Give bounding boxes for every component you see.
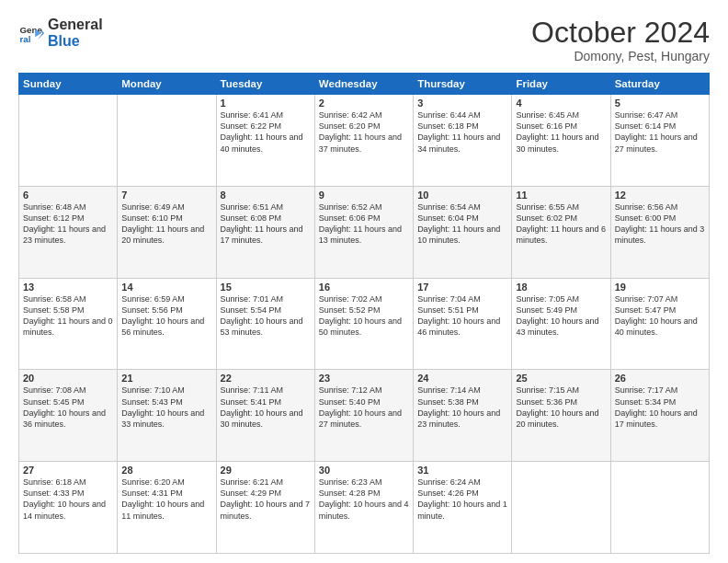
cell-text: Sunrise: 6:59 AMSunset: 5:56 PMDaylight:… (121, 294, 204, 337)
day-number: 10 (417, 190, 507, 201)
day-number: 18 (516, 282, 606, 293)
day-number: 5 (615, 98, 705, 109)
logo-line2: Blue (48, 33, 103, 50)
calendar-cell: 19Sunrise: 7:07 AMSunset: 5:47 PMDayligh… (610, 278, 709, 370)
svg-text:ral: ral (19, 33, 30, 43)
day-number: 17 (417, 282, 507, 293)
calendar-cell: 15Sunrise: 7:01 AMSunset: 5:54 PMDayligh… (216, 278, 314, 370)
calendar-cell: 14Sunrise: 6:59 AMSunset: 5:56 PMDayligh… (118, 278, 216, 370)
day-number: 31 (417, 465, 507, 476)
cell-text: Sunrise: 6:52 AMSunset: 6:06 PMDaylight:… (319, 202, 402, 245)
day-header-monday: Monday (118, 74, 216, 95)
cell-text: Sunrise: 7:01 AMSunset: 5:54 PMDaylight:… (221, 294, 303, 337)
day-number: 29 (221, 465, 311, 476)
calendar-cell: 29Sunrise: 6:21 AMSunset: 4:29 PMDayligh… (216, 462, 314, 554)
cell-text: Sunrise: 6:24 AMSunset: 4:26 PMDaylight:… (417, 477, 507, 520)
cell-text: Sunrise: 6:18 AMSunset: 4:33 PMDaylight:… (23, 477, 106, 520)
cell-text: Sunrise: 6:20 AMSunset: 4:31 PMDaylight:… (121, 477, 204, 520)
day-number: 25 (516, 373, 606, 384)
day-number: 12 (615, 190, 705, 201)
cell-text: Sunrise: 7:12 AMSunset: 5:40 PMDaylight:… (319, 385, 402, 428)
page: Gene ral General Blue October 2024 Domon… (0, 0, 728, 563)
day-header-friday: Friday (512, 74, 610, 95)
cell-text: Sunrise: 6:48 AMSunset: 6:12 PMDaylight:… (23, 202, 106, 245)
logo-icon: Gene ral (18, 20, 44, 46)
calendar-cell: 10Sunrise: 6:54 AMSunset: 6:04 PMDayligh… (414, 186, 512, 278)
calendar-cell: 8Sunrise: 6:51 AMSunset: 6:08 PMDaylight… (216, 186, 314, 278)
day-number: 16 (319, 282, 409, 293)
calendar-cell: 1Sunrise: 6:41 AMSunset: 6:22 PMDaylight… (216, 95, 314, 187)
cell-text: Sunrise: 6:44 AMSunset: 6:18 PMDaylight:… (417, 110, 500, 153)
day-number: 20 (23, 373, 113, 384)
cell-text: Sunrise: 7:10 AMSunset: 5:43 PMDaylight:… (121, 385, 204, 428)
cell-text: Sunrise: 6:54 AMSunset: 6:04 PMDaylight:… (417, 202, 500, 245)
calendar-cell: 11Sunrise: 6:55 AMSunset: 6:02 PMDayligh… (512, 186, 610, 278)
logo-line1: General (48, 17, 103, 33)
day-number: 21 (121, 373, 211, 384)
calendar-cell (19, 95, 118, 187)
cell-text: Sunrise: 6:58 AMSunset: 5:58 PMDaylight:… (23, 294, 113, 337)
cell-text: Sunrise: 7:17 AMSunset: 5:34 PMDaylight:… (615, 385, 698, 428)
cell-text: Sunrise: 6:45 AMSunset: 6:16 PMDaylight:… (516, 110, 598, 153)
day-number: 7 (121, 190, 211, 201)
day-number: 1 (221, 98, 311, 109)
day-header-saturday: Saturday (610, 74, 709, 95)
day-number: 14 (121, 282, 211, 293)
day-number: 8 (221, 190, 311, 201)
calendar-cell: 22Sunrise: 7:11 AMSunset: 5:41 PMDayligh… (216, 370, 314, 462)
cell-text: Sunrise: 7:05 AMSunset: 5:49 PMDaylight:… (516, 294, 598, 337)
calendar-cell: 5Sunrise: 6:47 AMSunset: 6:14 PMDaylight… (610, 95, 709, 187)
main-title: October 2024 (531, 17, 710, 49)
day-header-thursday: Thursday (414, 74, 512, 95)
day-number: 9 (319, 190, 409, 201)
cell-text: Sunrise: 7:04 AMSunset: 5:51 PMDaylight:… (417, 294, 500, 337)
day-number: 26 (615, 373, 705, 384)
calendar-cell: 26Sunrise: 7:17 AMSunset: 5:34 PMDayligh… (610, 370, 709, 462)
day-number: 27 (23, 465, 113, 476)
day-header-sunday: Sunday (19, 74, 118, 95)
calendar-cell: 9Sunrise: 6:52 AMSunset: 6:06 PMDaylight… (314, 186, 413, 278)
day-number: 24 (417, 373, 507, 384)
day-number: 22 (221, 373, 311, 384)
logo: Gene ral General Blue (18, 17, 103, 49)
cell-text: Sunrise: 7:11 AMSunset: 5:41 PMDaylight:… (221, 385, 303, 428)
day-number: 23 (319, 373, 409, 384)
calendar-cell: 17Sunrise: 7:04 AMSunset: 5:51 PMDayligh… (414, 278, 512, 370)
cell-text: Sunrise: 7:02 AMSunset: 5:52 PMDaylight:… (319, 294, 402, 337)
day-header-wednesday: Wednesday (314, 74, 413, 95)
cell-text: Sunrise: 6:49 AMSunset: 6:10 PMDaylight:… (121, 202, 204, 245)
calendar-cell: 4Sunrise: 6:45 AMSunset: 6:16 PMDaylight… (512, 95, 610, 187)
calendar-cell: 2Sunrise: 6:42 AMSunset: 6:20 PMDaylight… (314, 95, 413, 187)
cell-text: Sunrise: 6:55 AMSunset: 6:02 PMDaylight:… (516, 202, 606, 245)
calendar-cell: 6Sunrise: 6:48 AMSunset: 6:12 PMDaylight… (19, 186, 118, 278)
title-block: October 2024 Domony, Pest, Hungary (531, 17, 710, 63)
day-number: 19 (615, 282, 705, 293)
cell-text: Sunrise: 6:42 AMSunset: 6:20 PMDaylight:… (319, 110, 402, 153)
calendar-cell: 18Sunrise: 7:05 AMSunset: 5:49 PMDayligh… (512, 278, 610, 370)
subtitle: Domony, Pest, Hungary (531, 49, 710, 63)
day-number: 28 (121, 465, 211, 476)
day-number: 13 (23, 282, 113, 293)
calendar-cell: 31Sunrise: 6:24 AMSunset: 4:26 PMDayligh… (414, 462, 512, 554)
cell-text: Sunrise: 7:08 AMSunset: 5:45 PMDaylight:… (23, 385, 106, 428)
calendar-cell (118, 95, 216, 187)
day-number: 15 (221, 282, 311, 293)
calendar-cell: 25Sunrise: 7:15 AMSunset: 5:36 PMDayligh… (512, 370, 610, 462)
cell-text: Sunrise: 7:07 AMSunset: 5:47 PMDaylight:… (615, 294, 698, 337)
cell-text: Sunrise: 7:14 AMSunset: 5:38 PMDaylight:… (417, 385, 500, 428)
cell-text: Sunrise: 6:21 AMSunset: 4:29 PMDaylight:… (221, 477, 311, 520)
cell-text: Sunrise: 6:41 AMSunset: 6:22 PMDaylight:… (221, 110, 303, 153)
calendar-cell: 7Sunrise: 6:49 AMSunset: 6:10 PMDaylight… (118, 186, 216, 278)
calendar-table: SundayMondayTuesdayWednesdayThursdayFrid… (18, 73, 710, 554)
day-header-tuesday: Tuesday (216, 74, 314, 95)
cell-text: Sunrise: 6:51 AMSunset: 6:08 PMDaylight:… (221, 202, 303, 245)
calendar-cell: 27Sunrise: 6:18 AMSunset: 4:33 PMDayligh… (19, 462, 118, 554)
calendar-cell: 13Sunrise: 6:58 AMSunset: 5:58 PMDayligh… (19, 278, 118, 370)
day-number: 2 (319, 98, 409, 109)
calendar-cell: 30Sunrise: 6:23 AMSunset: 4:28 PMDayligh… (314, 462, 413, 554)
cell-text: Sunrise: 6:56 AMSunset: 6:00 PMDaylight:… (615, 202, 705, 245)
cell-text: Sunrise: 7:15 AMSunset: 5:36 PMDaylight:… (516, 385, 598, 428)
day-number: 30 (319, 465, 409, 476)
calendar-cell: 3Sunrise: 6:44 AMSunset: 6:18 PMDaylight… (414, 95, 512, 187)
calendar-cell: 28Sunrise: 6:20 AMSunset: 4:31 PMDayligh… (118, 462, 216, 554)
